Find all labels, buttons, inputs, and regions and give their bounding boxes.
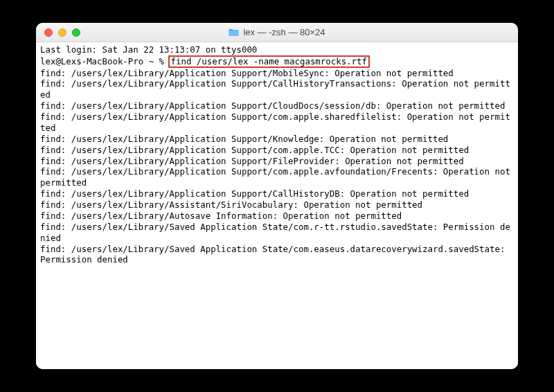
window-title: lex — -zsh — 80×24 <box>243 27 325 37</box>
titlebar[interactable]: lex — -zsh — 80×24 <box>36 23 518 42</box>
prompt-line: lex@Lexs-MacBook-Pro ~ % find /users/lex… <box>40 55 514 68</box>
close-button[interactable] <box>44 28 53 37</box>
terminal-content[interactable]: Last login: Sat Jan 22 13:13:07 on ttys0… <box>36 42 518 369</box>
last-login-line: Last login: Sat Jan 22 13:13:07 on ttys0… <box>40 44 514 55</box>
traffic-lights <box>36 28 80 37</box>
shell-prompt: lex@Lexs-MacBook-Pro ~ % <box>40 56 170 66</box>
command-output: find: /users/lex/Library/Application Sup… <box>40 68 514 266</box>
maximize-button[interactable] <box>72 28 80 37</box>
terminal-window: lex — -zsh — 80×24 Last login: Sat Jan 2… <box>36 23 518 369</box>
command-highlight: find /users/lex -name macgasmrocks.rtf <box>168 55 370 68</box>
window-title-area: lex — -zsh — 80×24 <box>36 27 518 37</box>
minimize-button[interactable] <box>58 28 66 37</box>
folder-icon <box>229 28 239 37</box>
find-command: find /users/lex -name macgasmrocks.rtf <box>171 56 367 66</box>
